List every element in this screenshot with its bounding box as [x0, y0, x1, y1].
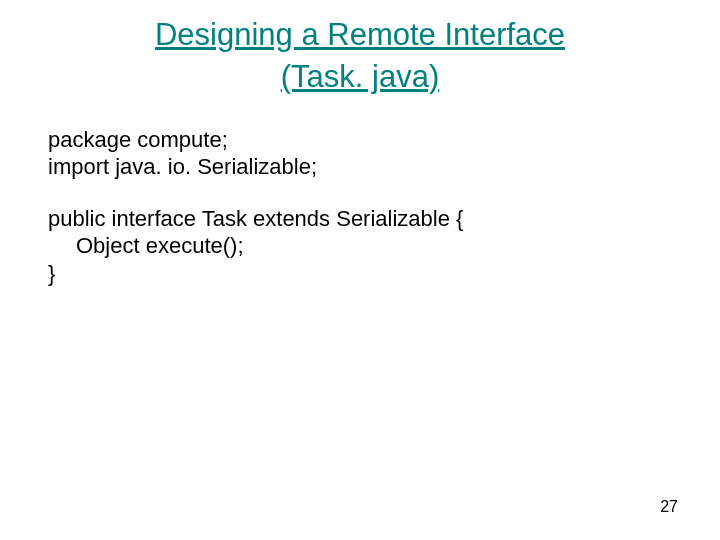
- slide-body: package compute; import java. io. Serial…: [0, 98, 720, 288]
- code-line-2: import java. io. Serializable;: [48, 153, 720, 181]
- code-line-1: package compute;: [48, 126, 720, 154]
- slide-title: Designing a Remote Interface (Task. java…: [0, 0, 720, 98]
- slide: Designing a Remote Interface (Task. java…: [0, 0, 720, 540]
- title-line-2: (Task. java): [0, 56, 720, 98]
- page-number: 27: [660, 498, 678, 516]
- code-line-3: public interface Task extends Serializab…: [48, 205, 720, 233]
- title-line-1: Designing a Remote Interface: [0, 14, 720, 56]
- code-line-4: Object execute();: [48, 232, 720, 260]
- code-line-5: }: [48, 260, 720, 288]
